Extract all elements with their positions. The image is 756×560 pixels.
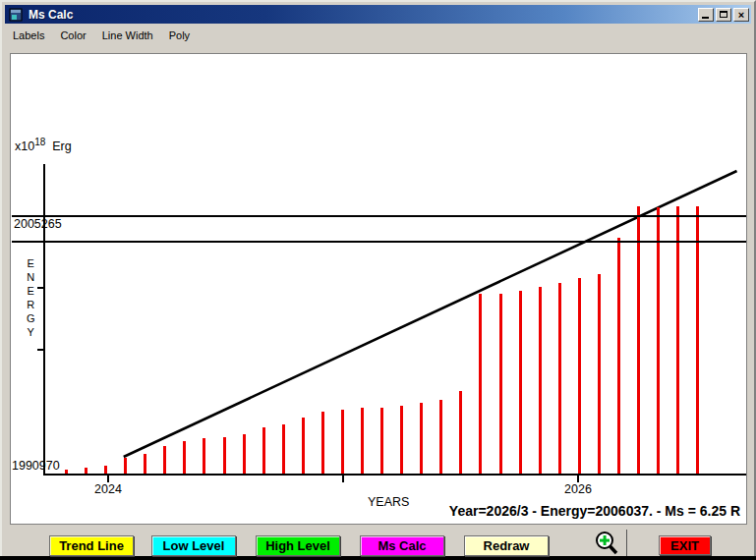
energy-bar	[341, 410, 344, 474]
energy-bar	[439, 400, 442, 474]
energy-bar	[183, 441, 186, 474]
energy-bar	[85, 468, 87, 474]
menu-line-width[interactable]: Line Width	[94, 28, 161, 43]
y-axis-tick	[37, 287, 44, 289]
energy-bar	[262, 427, 265, 474]
menu-poly[interactable]: Poly	[161, 28, 198, 43]
energy-bar	[361, 408, 364, 474]
energy-bar	[479, 294, 482, 474]
energy-bar	[676, 206, 679, 474]
close-button[interactable]: ×	[733, 8, 749, 22]
threshold-line-lower	[12, 241, 746, 243]
y-axis-min-value: 1990970	[12, 459, 60, 473]
redraw-button[interactable]: Redraw	[464, 535, 549, 556]
app-window: Ms Calc × Labels Color Line Width Poly x…	[0, 0, 756, 556]
energy-bar	[104, 466, 107, 474]
high-level-button[interactable]: High Level	[256, 535, 340, 556]
energy-bar	[539, 287, 542, 474]
x-axis-title: YEARS	[368, 495, 409, 509]
energy-bar	[223, 437, 226, 474]
chart-canvas: x1018Erg E N E R G Y 2005265 1990970 YEA…	[10, 53, 747, 525]
energy-bar	[420, 403, 423, 474]
energy-bar	[617, 238, 620, 474]
zoom-button[interactable]	[586, 530, 627, 556]
y-axis-label: E N E R G Y	[27, 256, 35, 339]
energy-bar	[144, 454, 146, 474]
exit-button[interactable]: EXIT	[659, 535, 711, 555]
energy-bar	[321, 412, 324, 474]
window-title: Ms Calc	[29, 8, 696, 22]
energy-bar	[302, 418, 305, 474]
y-threshold-value: 2005265	[14, 217, 62, 231]
energy-bar	[696, 206, 699, 474]
title-bar[interactable]: Ms Calc ×	[5, 5, 751, 24]
energy-bar	[380, 408, 383, 474]
minimize-icon	[702, 17, 709, 19]
close-icon: ×	[738, 10, 744, 20]
energy-bar	[400, 406, 403, 474]
maximize-button[interactable]	[716, 8, 731, 22]
status-readout: Year=2026/3 - Energy=2006037. - Ms = 6.2…	[449, 503, 740, 519]
energy-bar	[124, 458, 127, 474]
threshold-line-upper	[12, 215, 746, 217]
energy-bar	[282, 424, 285, 474]
energy-bar	[519, 291, 522, 474]
x-axis-tick	[107, 476, 109, 482]
magnifier-plus-icon	[593, 531, 620, 556]
menu-bar: Labels Color Line Width Poly	[5, 26, 751, 44]
energy-bar	[243, 434, 246, 474]
energy-bar	[598, 274, 601, 474]
menu-labels[interactable]: Labels	[5, 28, 52, 43]
energy-bar	[163, 446, 166, 474]
low-level-button[interactable]: Low Level	[151, 535, 236, 556]
x-axis-tick	[342, 476, 344, 482]
energy-bar	[657, 207, 660, 474]
x-axis-line	[43, 474, 747, 476]
energy-bar	[459, 391, 462, 474]
energy-bar	[65, 470, 68, 474]
energy-bar	[637, 206, 640, 474]
x-axis-tick-label: 2024	[91, 482, 125, 496]
trend-line-button[interactable]: Trend Line	[49, 535, 134, 556]
maximize-icon	[720, 11, 727, 18]
energy-bar	[499, 294, 502, 474]
x-axis-tick	[577, 476, 579, 482]
y-axis-unit-label: x1018Erg	[15, 137, 72, 153]
menu-color[interactable]: Color	[52, 28, 93, 43]
energy-bar	[558, 283, 561, 474]
energy-bar	[203, 438, 205, 474]
x-axis-tick-label: 2026	[561, 482, 595, 496]
app-icon	[9, 8, 23, 22]
minimize-button[interactable]	[698, 8, 714, 22]
y-axis-tick	[37, 349, 44, 351]
energy-bar	[578, 278, 581, 474]
ms-calc-button[interactable]: Ms Calc	[360, 535, 444, 556]
y-axis-line	[43, 164, 45, 476]
